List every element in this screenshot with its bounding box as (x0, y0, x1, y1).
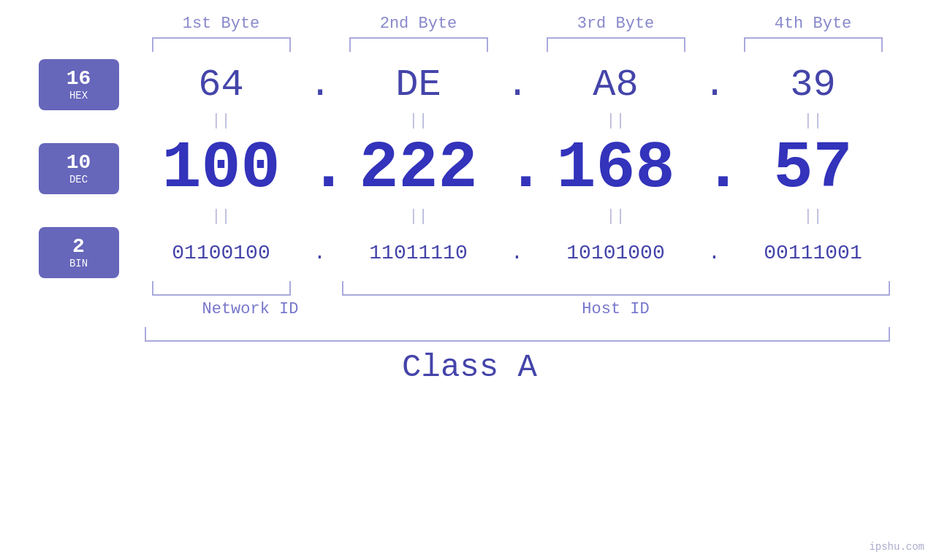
bin-val-1: 01100100 (134, 242, 309, 264)
host-bracket-wrapper (331, 281, 901, 296)
byte-label-3: 3rd Byte (528, 15, 704, 33)
dec-badge-number: 10 (66, 152, 91, 174)
hex-val-1: 64 (134, 64, 309, 107)
dec-dot-1: . (309, 131, 331, 206)
hex-val-2: DE (331, 64, 506, 107)
dec-dot-2: . (506, 131, 528, 206)
dec-val-1: 100 (134, 131, 309, 206)
dec-badge: 10 DEC (39, 143, 119, 194)
bin-badge: 2 BIN (39, 227, 119, 278)
dec-val-2: 222 (331, 131, 506, 206)
bottom-bracket-row (39, 281, 901, 296)
bin-dot-3: . (704, 242, 726, 264)
equals-row-2: || || || || (39, 207, 901, 226)
hex-badge: 16 HEX (39, 59, 119, 110)
host-id-label: Host ID (349, 300, 883, 318)
hex-row: 16 HEX 64 . DE . A8 . 39 (39, 59, 901, 110)
eq1-4: || (726, 112, 901, 130)
top-bracket-1 (134, 37, 309, 52)
header-row: 1st Byte 2nd Byte 3rd Byte 4th Byte (39, 15, 901, 33)
dec-badge-label: DEC (69, 174, 88, 185)
hex-val-4: 39 (726, 64, 901, 107)
top-bracket-2 (331, 37, 506, 52)
host-bottom-bracket (342, 281, 890, 296)
network-bottom-bracket (152, 281, 291, 296)
byte-label-2: 2nd Byte (331, 15, 506, 33)
eq1-3: || (528, 112, 704, 130)
hex-badge-label: HEX (69, 90, 88, 101)
top-bracket-row (39, 37, 901, 52)
eq1-2: || (331, 112, 506, 130)
hex-dot-3: . (704, 64, 726, 107)
class-bracket (145, 327, 890, 342)
bin-val-2: 11011110 (331, 242, 506, 264)
network-id-label: Network ID (152, 300, 349, 318)
eq2-4: || (726, 207, 901, 226)
equals-row-1: || || || || (39, 112, 901, 130)
dec-row: 10 DEC 100 . 222 . 168 . 57 (39, 131, 901, 206)
watermark: ipshu.com (869, 541, 924, 553)
byte-label-1: 1st Byte (134, 15, 309, 33)
bin-badge-number: 2 (72, 236, 85, 258)
eq2-2: || (331, 207, 506, 226)
network-bracket-wrapper (134, 281, 309, 296)
eq2-1: || (134, 207, 309, 226)
bin-row: 2 BIN 01100100 . 11011110 . 10101000 . 0… (39, 227, 901, 278)
bin-val-4: 00111001 (726, 242, 901, 264)
main-container: 1st Byte 2nd Byte 3rd Byte 4th Byte 16 H… (0, 0, 939, 560)
class-label: Class A (402, 349, 537, 386)
bin-val-3: 10101000 (528, 242, 704, 264)
class-label-row: Class A (402, 349, 537, 386)
dec-val-3: 168 (528, 131, 704, 206)
hex-cells: 64 . DE . A8 . 39 (134, 64, 901, 107)
dec-val-4: 57 (726, 131, 901, 206)
dec-dot-3: . (704, 131, 726, 206)
hex-dot-1: . (309, 64, 331, 107)
eq2-3: || (528, 207, 704, 226)
eq1-1: || (134, 112, 309, 130)
hex-badge-number: 16 (66, 68, 91, 91)
hex-dot-2: . (506, 64, 528, 107)
id-labels-row: Network ID Host ID (57, 300, 883, 318)
hex-val-3: A8 (528, 64, 704, 107)
top-bracket-4 (726, 37, 901, 52)
dec-cells: 100 . 222 . 168 . 57 (134, 131, 901, 206)
bin-dot-1: . (309, 242, 331, 264)
top-bracket-3 (528, 37, 704, 52)
bin-cells: 01100100 . 11011110 . 10101000 . 0011100… (134, 242, 901, 264)
bin-dot-2: . (506, 242, 528, 264)
byte-label-4: 4th Byte (726, 15, 901, 33)
bin-badge-label: BIN (69, 258, 88, 269)
